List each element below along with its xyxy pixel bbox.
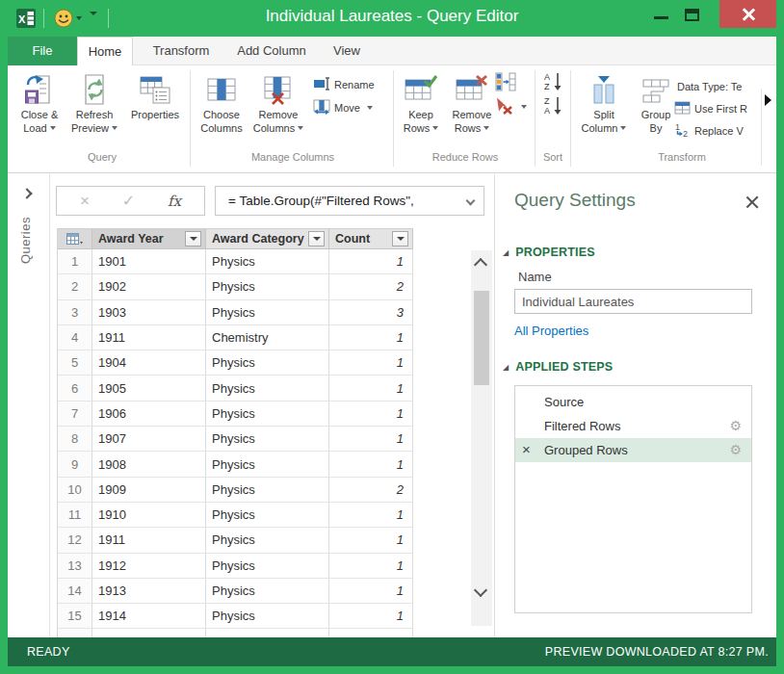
commit-formula-button[interactable]: ✓ [122,194,135,209]
scrollbar-thumb[interactable] [474,291,489,385]
vertical-scrollbar[interactable] [471,250,492,626]
award-category-cell[interactable]: Physics [206,249,329,274]
count-cell[interactable]: 1 [329,579,413,604]
count-cell[interactable]: 1 [329,427,413,452]
smiley-dropdown-icon[interactable] [76,16,82,20]
properties-section-header[interactable]: ◢ PROPERTIES [503,246,595,259]
count-cell[interactable]: 1 [329,350,413,376]
award-year-cell[interactable]: 1902 [92,274,206,299]
award-year-cell[interactable]: 1911 [92,325,206,350]
expand-queries-chevron-icon[interactable] [21,188,32,198]
step-settings-gear-icon[interactable]: ⚙ [729,417,742,434]
smiley-feedback-icon[interactable] [54,9,73,32]
award-year-cell[interactable]: 1910 [92,503,206,528]
award-year-cell[interactable]: 1915 [92,629,206,637]
award-category-cell[interactable]: Chemistry [206,325,329,350]
fx-icon[interactable]: fx [168,193,181,210]
award-category-cell[interactable]: Physics [206,604,329,629]
sort-ascending-button[interactable]: A Z [543,72,564,91]
column-header-award-year[interactable]: Award Year [92,229,206,249]
row-number-cell[interactable]: 9 [58,452,92,477]
remove-rows-button[interactable]: Remove Rows [446,70,498,135]
applied-step-filtered-rows[interactable]: Filtered Rows⚙ [515,414,751,438]
count-cell[interactable]: 1 [329,325,413,350]
award-category-cell[interactable]: Physics [206,629,329,637]
count-cell[interactable]: 2 [329,478,413,503]
minimize-button[interactable] [647,0,676,27]
row-number-cell[interactable]: 5 [58,350,92,376]
tab-transform[interactable]: Transform [141,37,222,65]
row-number-cell[interactable]: 13 [58,554,92,579]
applied-step-grouped-rows[interactable]: ×Grouped Rows⚙ [515,438,751,462]
award-category-cell[interactable]: Physics [206,350,329,376]
use-first-row-as-headers-button[interactable]: Use First R [674,99,771,118]
cancel-formula-button[interactable]: × [80,193,90,209]
count-cell[interactable]: 1 [329,452,413,477]
award-year-cell[interactable]: 1909 [92,478,206,503]
filter-dropdown-button[interactable] [185,231,201,246]
award-year-cell[interactable]: 1906 [92,402,206,427]
applied-steps-section-header[interactable]: ◢ APPLIED STEPS [503,360,613,374]
award-year-cell[interactable]: 1904 [92,350,206,376]
award-year-cell[interactable]: 1914 [92,604,206,629]
remove-columns-button[interactable]: Remove Columns [250,70,306,135]
count-cell[interactable]: 1 [329,503,413,528]
applied-step-source[interactable]: Source [515,390,751,414]
table-corner-select-all[interactable] [58,229,92,249]
tab-home[interactable]: Home [77,37,133,65]
row-number-cell[interactable]: 10 [58,478,92,503]
row-number-cell[interactable]: 6 [58,376,92,401]
refresh-preview-button[interactable]: Refresh Preview [67,70,121,135]
ribbon-overflow-arrow-icon[interactable] [765,94,771,106]
row-number-cell[interactable]: 1 [58,249,92,274]
filter-dropdown-button[interactable] [392,231,408,246]
all-properties-link[interactable]: All Properties [514,324,588,338]
replace-values-button[interactable]: 1 2 Replace V [674,121,771,141]
column-header-award-category[interactable]: Award Category [206,229,329,249]
formula-bar-input[interactable]: = Table.Group(#"Filtered Rows", [215,186,484,216]
row-number-cell[interactable]: 16 [58,629,92,637]
remove-duplicates-button[interactable] [495,73,516,92]
scroll-down-icon[interactable] [474,583,487,597]
count-cell[interactable]: 1 [329,528,413,553]
step-settings-gear-icon[interactable]: ⚙ [729,441,742,458]
award-year-cell[interactable]: 1908 [92,452,206,477]
expand-formula-chevron-icon[interactable] [466,196,476,206]
award-year-cell[interactable]: 1912 [92,554,206,579]
count-cell[interactable]: 3 [329,300,413,325]
award-year-cell[interactable]: 1903 [92,300,206,325]
filter-dropdown-button[interactable] [308,231,325,246]
award-year-cell[interactable]: 1913 [92,579,206,604]
split-column-button[interactable]: Split Column [578,70,630,135]
scroll-up-icon[interactable] [474,258,487,272]
count-cell[interactable]: 2 [329,274,413,299]
award-category-cell[interactable]: Physics [206,478,329,503]
row-number-cell[interactable]: 3 [58,300,92,325]
award-category-cell[interactable]: Physics [206,274,329,299]
close-button[interactable] [719,0,776,28]
close-and-load-button[interactable]: Close & Load [15,70,64,135]
award-category-cell[interactable]: Physics [206,427,329,452]
choose-columns-button[interactable]: Choose Columns [196,70,247,135]
count-cell[interactable]: 1 [329,376,413,401]
row-number-cell[interactable]: 7 [58,402,92,427]
award-year-cell[interactable]: 1911 [92,528,206,553]
row-number-cell[interactable]: 2 [58,274,92,299]
award-year-cell[interactable]: 1901 [92,249,206,274]
quick-access-toolbar-dropdown-icon[interactable] [90,15,98,33]
row-number-cell[interactable]: 14 [58,579,92,604]
award-category-cell[interactable]: Physics [206,402,329,427]
properties-button[interactable]: Properties [123,70,187,122]
award-year-cell[interactable]: 1905 [92,376,206,401]
excel-app-icon[interactable]: X [15,8,37,33]
award-category-cell[interactable]: Physics [206,528,329,553]
row-number-cell[interactable]: 15 [58,604,92,629]
tab-add-column[interactable]: Add Column [229,37,314,65]
row-number-cell[interactable]: 11 [58,503,92,528]
award-category-cell[interactable]: Physics [206,503,329,528]
award-category-cell[interactable]: Physics [206,376,329,401]
award-year-cell[interactable]: 1907 [92,427,206,452]
row-number-cell[interactable]: 4 [58,325,92,350]
close-query-settings-button[interactable] [744,194,761,211]
award-category-cell[interactable]: Physics [206,452,329,477]
